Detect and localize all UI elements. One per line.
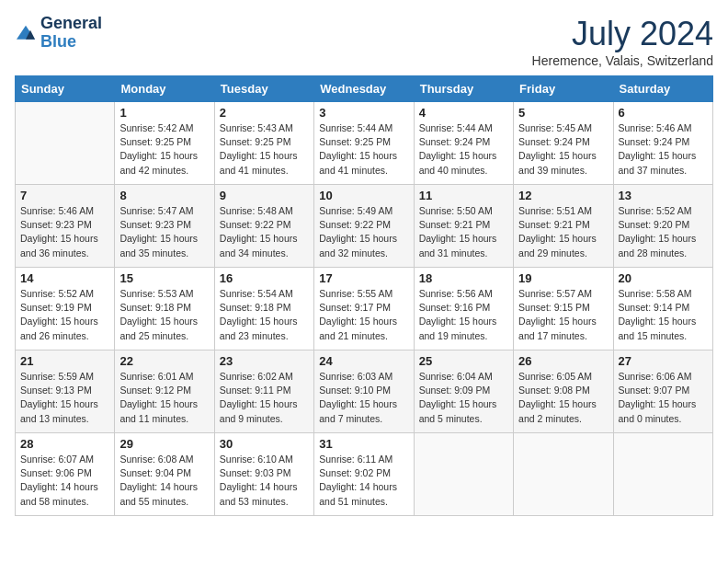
day-info: Sunrise: 6:02 AMSunset: 9:11 PMDaylight:…	[220, 370, 309, 426]
calendar-cell: 12Sunrise: 5:51 AMSunset: 9:21 PMDayligh…	[514, 185, 613, 268]
calendar-cell: 24Sunrise: 6:03 AMSunset: 9:10 PMDayligh…	[314, 350, 414, 433]
day-info: Sunrise: 5:58 AMSunset: 9:14 PMDaylight:…	[619, 287, 708, 343]
day-number: 21	[20, 354, 109, 368]
calendar-week-row: 1Sunrise: 5:42 AMSunset: 9:25 PMDaylight…	[16, 102, 713, 185]
calendar-cell: 30Sunrise: 6:10 AMSunset: 9:03 PMDayligh…	[214, 433, 313, 516]
calendar-cell: 20Sunrise: 5:58 AMSunset: 9:14 PMDayligh…	[613, 268, 712, 350]
day-info: Sunrise: 6:03 AMSunset: 9:10 PMDaylight:…	[319, 370, 408, 426]
calendar-week-row: 14Sunrise: 5:52 AMSunset: 9:19 PMDayligh…	[16, 268, 713, 350]
day-info: Sunrise: 5:47 AMSunset: 9:23 PMDaylight:…	[119, 204, 209, 260]
calendar-cell: 15Sunrise: 5:53 AMSunset: 9:18 PMDayligh…	[115, 268, 214, 350]
weekday-header: Friday	[514, 76, 613, 102]
day-number: 26	[518, 354, 608, 368]
day-info: Sunrise: 5:55 AMSunset: 9:17 PMDaylight:…	[319, 287, 408, 343]
calendar-cell: 7Sunrise: 5:46 AMSunset: 9:23 PMDaylight…	[16, 185, 115, 268]
day-info: Sunrise: 5:44 AMSunset: 9:24 PMDaylight:…	[419, 121, 508, 178]
calendar-cell: 5Sunrise: 5:45 AMSunset: 9:24 PMDaylight…	[514, 102, 613, 185]
weekday-header: Wednesday	[314, 76, 414, 102]
day-info: Sunrise: 5:53 AMSunset: 9:18 PMDaylight:…	[119, 287, 209, 343]
day-number: 30	[220, 437, 309, 451]
calendar-cell: 27Sunrise: 6:06 AMSunset: 9:07 PMDayligh…	[613, 350, 712, 433]
calendar-cell: 8Sunrise: 5:47 AMSunset: 9:23 PMDaylight…	[115, 185, 214, 268]
calendar-cell: 17Sunrise: 5:55 AMSunset: 9:17 PMDayligh…	[314, 268, 414, 350]
calendar-cell: 6Sunrise: 5:46 AMSunset: 9:24 PMDaylight…	[613, 102, 712, 185]
day-number: 1	[119, 106, 209, 120]
calendar-cell: 21Sunrise: 5:59 AMSunset: 9:13 PMDayligh…	[16, 350, 115, 433]
day-info: Sunrise: 5:48 AMSunset: 9:22 PMDaylight:…	[220, 204, 309, 260]
day-number: 6	[619, 106, 708, 120]
calendar-cell	[613, 433, 712, 516]
day-info: Sunrise: 5:46 AMSunset: 9:23 PMDaylight:…	[20, 204, 109, 260]
day-number: 24	[319, 354, 408, 368]
calendar-cell: 1Sunrise: 5:42 AMSunset: 9:25 PMDaylight…	[115, 102, 214, 185]
calendar-cell: 11Sunrise: 5:50 AMSunset: 9:21 PMDayligh…	[414, 185, 513, 268]
day-number: 28	[20, 437, 109, 451]
day-info: Sunrise: 5:52 AMSunset: 9:19 PMDaylight:…	[20, 287, 109, 343]
day-info: Sunrise: 6:11 AMSunset: 9:02 PMDaylight:…	[319, 453, 408, 509]
day-number: 14	[20, 271, 109, 285]
day-number: 13	[619, 189, 708, 202]
calendar-cell: 29Sunrise: 6:08 AMSunset: 9:04 PMDayligh…	[115, 433, 214, 516]
day-info: Sunrise: 5:54 AMSunset: 9:18 PMDaylight:…	[220, 287, 309, 343]
day-info: Sunrise: 5:46 AMSunset: 9:24 PMDaylight:…	[619, 121, 708, 178]
logo-icon	[15, 24, 37, 42]
day-number: 11	[419, 189, 508, 202]
day-number: 3	[319, 106, 408, 120]
page-header: General Blue July 2024 Heremence, Valais…	[15, 15, 713, 68]
day-number: 22	[119, 354, 209, 368]
day-info: Sunrise: 5:51 AMSunset: 9:21 PMDaylight:…	[518, 204, 608, 260]
calendar-cell: 26Sunrise: 6:05 AMSunset: 9:08 PMDayligh…	[514, 350, 613, 433]
day-number: 29	[119, 437, 209, 451]
calendar-cell	[414, 433, 513, 516]
calendar-cell: 13Sunrise: 5:52 AMSunset: 9:20 PMDayligh…	[613, 185, 712, 268]
day-info: Sunrise: 6:01 AMSunset: 9:12 PMDaylight:…	[119, 370, 209, 426]
calendar-cell: 10Sunrise: 5:49 AMSunset: 9:22 PMDayligh…	[314, 185, 414, 268]
day-number: 25	[419, 354, 508, 368]
calendar-cell	[514, 433, 613, 516]
calendar-table: SundayMondayTuesdayWednesdayThursdayFrid…	[15, 75, 713, 516]
day-number: 27	[619, 354, 708, 368]
day-number: 31	[319, 437, 408, 451]
day-number: 20	[619, 271, 708, 285]
day-info: Sunrise: 5:59 AMSunset: 9:13 PMDaylight:…	[20, 370, 109, 426]
location: Heremence, Valais, Switzerland	[532, 53, 713, 68]
day-info: Sunrise: 6:05 AMSunset: 9:08 PMDaylight:…	[518, 370, 608, 426]
day-info: Sunrise: 5:52 AMSunset: 9:20 PMDaylight:…	[619, 204, 708, 260]
day-number: 15	[119, 271, 209, 285]
day-info: Sunrise: 5:57 AMSunset: 9:15 PMDaylight:…	[518, 287, 608, 343]
day-info: Sunrise: 5:56 AMSunset: 9:16 PMDaylight:…	[419, 287, 508, 343]
day-number: 8	[119, 189, 209, 202]
calendar-cell: 28Sunrise: 6:07 AMSunset: 9:06 PMDayligh…	[16, 433, 115, 516]
calendar-cell: 25Sunrise: 6:04 AMSunset: 9:09 PMDayligh…	[414, 350, 513, 433]
logo: General Blue	[15, 15, 102, 52]
day-info: Sunrise: 6:08 AMSunset: 9:04 PMDaylight:…	[119, 453, 209, 509]
day-info: Sunrise: 5:44 AMSunset: 9:25 PMDaylight:…	[319, 121, 408, 178]
calendar-cell	[16, 102, 115, 185]
day-info: Sunrise: 5:49 AMSunset: 9:22 PMDaylight:…	[319, 204, 408, 260]
month-title: July 2024	[532, 15, 713, 53]
day-info: Sunrise: 5:43 AMSunset: 9:25 PMDaylight:…	[220, 121, 309, 178]
day-number: 12	[518, 189, 608, 202]
day-number: 17	[319, 271, 408, 285]
weekday-header: Monday	[115, 76, 214, 102]
day-number: 18	[419, 271, 508, 285]
day-info: Sunrise: 6:04 AMSunset: 9:09 PMDaylight:…	[419, 370, 508, 426]
weekday-header: Saturday	[613, 76, 712, 102]
calendar-cell: 9Sunrise: 5:48 AMSunset: 9:22 PMDaylight…	[214, 185, 313, 268]
calendar-week-row: 21Sunrise: 5:59 AMSunset: 9:13 PMDayligh…	[16, 350, 713, 433]
day-number: 23	[220, 354, 309, 368]
weekday-header: Thursday	[414, 76, 513, 102]
calendar-cell: 19Sunrise: 5:57 AMSunset: 9:15 PMDayligh…	[514, 268, 613, 350]
day-number: 10	[319, 189, 408, 202]
calendar-cell: 4Sunrise: 5:44 AMSunset: 9:24 PMDaylight…	[414, 102, 513, 185]
weekday-header: Sunday	[16, 76, 115, 102]
calendar-week-row: 7Sunrise: 5:46 AMSunset: 9:23 PMDaylight…	[16, 185, 713, 268]
calendar-cell: 16Sunrise: 5:54 AMSunset: 9:18 PMDayligh…	[214, 268, 313, 350]
day-number: 2	[220, 106, 309, 120]
day-number: 7	[20, 189, 109, 202]
calendar-cell: 2Sunrise: 5:43 AMSunset: 9:25 PMDaylight…	[214, 102, 313, 185]
weekday-header-row: SundayMondayTuesdayWednesdayThursdayFrid…	[16, 76, 713, 102]
day-info: Sunrise: 6:07 AMSunset: 9:06 PMDaylight:…	[20, 453, 109, 509]
calendar-cell: 31Sunrise: 6:11 AMSunset: 9:02 PMDayligh…	[314, 433, 414, 516]
day-number: 9	[220, 189, 309, 202]
